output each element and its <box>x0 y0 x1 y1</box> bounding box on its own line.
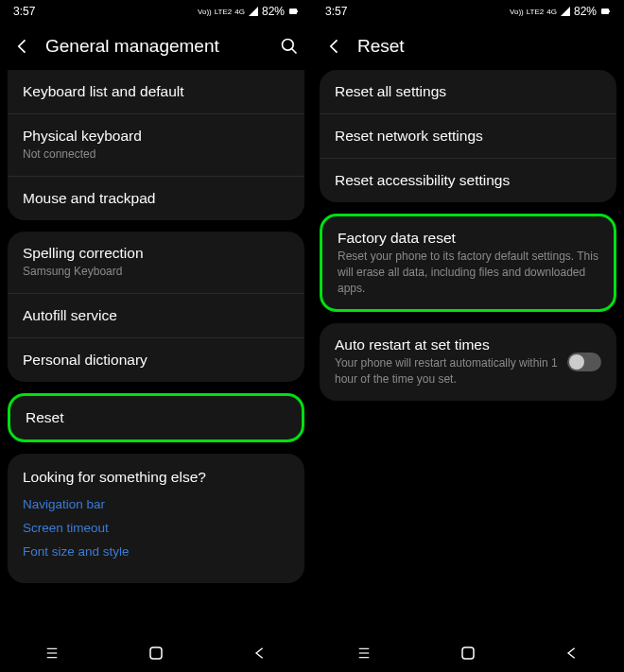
page-title: General management <box>45 36 280 57</box>
battery-icon <box>287 6 299 17</box>
group-input: Keyboard list and default Physical keybo… <box>8 70 304 220</box>
link-screen-timeout[interactable]: Screen timeout <box>23 521 289 535</box>
item-reset-all[interactable]: Reset all settings <box>320 70 616 113</box>
toggle-switch[interactable] <box>567 353 601 371</box>
nav-bar <box>0 634 312 672</box>
item-sub: Reset your phone to its factory default … <box>338 249 598 296</box>
group-resets: Reset all settings Reset network setting… <box>320 70 616 202</box>
item-keyboard-list[interactable]: Keyboard list and default <box>8 70 304 113</box>
item-label: Keyboard list and default <box>23 83 289 100</box>
chevron-left-icon <box>13 37 32 56</box>
nav-recents[interactable] <box>42 643 62 663</box>
item-label: Personal dictionary <box>23 352 289 369</box>
nav-back[interactable] <box>250 643 270 663</box>
status-bar: 3:57 Vo)) LTE2 4G 82% <box>0 0 312 23</box>
svg-rect-13 <box>462 647 474 659</box>
net-icon: 4G <box>234 8 245 16</box>
item-label: Reset <box>26 409 286 426</box>
item-mouse-trackpad[interactable]: Mouse and trackpad <box>8 176 304 220</box>
item-label: Autofill service <box>23 307 289 324</box>
item-reset-accessibility[interactable]: Reset accessibility settings <box>320 158 616 202</box>
svg-rect-9 <box>609 10 610 12</box>
recents-icon <box>43 646 61 660</box>
nav-bar <box>312 634 624 672</box>
search-button[interactable] <box>280 37 299 56</box>
item-autofill[interactable]: Autofill service <box>8 293 304 337</box>
item-physical-keyboard[interactable]: Physical keyboard Not connected <box>8 113 304 176</box>
item-label: Reset accessibility settings <box>335 172 601 189</box>
lte-icon: LTE2 <box>215 8 233 16</box>
svg-rect-8 <box>601 9 609 14</box>
signal-icon <box>560 6 571 17</box>
battery-pct: 82% <box>262 5 285 18</box>
signal-icon <box>248 6 259 17</box>
content: Reset all settings Reset network setting… <box>312 70 624 401</box>
home-icon <box>147 645 165 662</box>
item-factory-data-reset[interactable]: Factory data reset Reset your phone to i… <box>322 216 614 309</box>
back-icon <box>252 646 268 661</box>
phone-right: 3:57 Vo)) LTE2 4G 82% Reset Reset all se… <box>312 0 624 672</box>
phone-left: 3:57 Vo)) LTE2 4G 82% General management… <box>0 0 312 672</box>
nav-home[interactable] <box>146 643 166 663</box>
net-icon: 4G <box>546 8 557 16</box>
svg-rect-1 <box>297 10 298 12</box>
volte-icon: Vo)) <box>510 8 524 16</box>
home-icon <box>459 645 477 662</box>
search-icon <box>280 37 299 56</box>
item-label: Physical keyboard <box>23 128 289 145</box>
item-label: Factory data reset <box>338 230 598 247</box>
status-right: Vo)) LTE2 4G 82% <box>198 5 299 18</box>
item-sub: Your phone will restart automatically wi… <box>335 355 558 388</box>
suggest-title: Looking for something else? <box>23 469 289 486</box>
item-sub: Not connected <box>23 146 289 163</box>
item-label: Spelling correction <box>23 245 289 262</box>
item-label: Reset network settings <box>335 128 601 145</box>
item-reset[interactable]: Reset <box>10 396 302 439</box>
nav-home[interactable] <box>458 643 478 663</box>
battery-icon <box>599 6 611 17</box>
status-bar: 3:57 Vo)) LTE2 4G 82% <box>312 0 624 23</box>
status-time: 3:57 <box>13 5 35 18</box>
status-right: Vo)) LTE2 4G 82% <box>510 5 611 18</box>
chevron-left-icon <box>325 37 344 56</box>
battery-pct: 82% <box>574 5 597 18</box>
page-title: Reset <box>357 36 611 57</box>
header: Reset <box>312 23 624 70</box>
content: Keyboard list and default Physical keybo… <box>0 70 312 583</box>
volte-icon: Vo)) <box>198 8 212 16</box>
svg-rect-0 <box>289 9 297 14</box>
item-reset-network[interactable]: Reset network settings <box>320 113 616 158</box>
back-icon <box>564 646 580 661</box>
link-font-size[interactable]: Font size and style <box>23 544 289 559</box>
back-button[interactable] <box>13 37 32 56</box>
group-auto-restart: Auto restart at set times Your phone wil… <box>320 323 616 401</box>
nav-back[interactable] <box>562 643 582 663</box>
svg-rect-7 <box>150 647 162 659</box>
item-spelling[interactable]: Spelling correction Samsung Keyboard <box>8 232 304 293</box>
lte-icon: LTE2 <box>527 8 545 16</box>
group-reset: Reset <box>8 393 304 442</box>
link-navigation-bar[interactable]: Navigation bar <box>23 497 289 511</box>
recents-icon <box>355 646 373 660</box>
item-label: Mouse and trackpad <box>23 190 289 207</box>
group-text: Spelling correction Samsung Keyboard Aut… <box>8 232 304 382</box>
group-suggestions: Looking for something else? Navigation b… <box>8 454 304 583</box>
item-sub: Samsung Keyboard <box>23 264 289 280</box>
item-auto-restart[interactable]: Auto restart at set times Your phone wil… <box>320 323 616 401</box>
status-time: 3:57 <box>325 5 347 18</box>
svg-line-3 <box>292 49 297 54</box>
item-label: Reset all settings <box>335 83 601 100</box>
item-label: Auto restart at set times <box>335 336 558 353</box>
nav-recents[interactable] <box>354 643 374 663</box>
group-factory-reset: Factory data reset Reset your phone to i… <box>320 214 616 312</box>
item-personal-dictionary[interactable]: Personal dictionary <box>8 337 304 382</box>
back-button[interactable] <box>325 37 344 56</box>
svg-point-2 <box>283 40 294 51</box>
header: General management <box>0 23 312 70</box>
